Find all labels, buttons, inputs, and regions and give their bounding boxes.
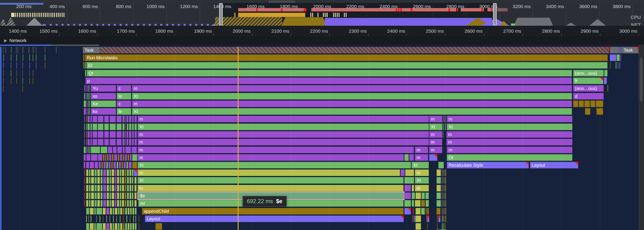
flame-bar[interactable] bbox=[122, 185, 124, 191]
flame-bar[interactable] bbox=[132, 147, 137, 153]
flame-bar[interactable] bbox=[442, 177, 443, 184]
flame-bar-m[interactable]: m bbox=[138, 131, 429, 138]
flame-bar[interactable] bbox=[436, 192, 441, 199]
flame-bar[interactable] bbox=[116, 139, 122, 145]
flame-bar[interactable] bbox=[114, 154, 117, 161]
flame-bar[interactable] bbox=[117, 185, 119, 191]
flame-bar[interactable] bbox=[104, 131, 109, 138]
flame-bar[interactable] bbox=[89, 100, 90, 107]
flame-bar[interactable] bbox=[444, 208, 444, 214]
flame-bar[interactable] bbox=[100, 177, 103, 184]
flame-bar[interactable] bbox=[442, 185, 442, 191]
flame-bar[interactable] bbox=[112, 177, 114, 184]
flame-bar[interactable] bbox=[86, 200, 88, 207]
flame-bar[interactable] bbox=[12, 47, 12, 54]
flame-bar[interactable] bbox=[134, 177, 137, 184]
flame-bar[interactable] bbox=[134, 123, 137, 130]
flame-bar[interactable] bbox=[596, 108, 603, 115]
flame-bar[interactable] bbox=[84, 200, 85, 207]
flame-bar[interactable] bbox=[124, 123, 125, 130]
flame-bar[interactable] bbox=[84, 192, 85, 199]
flame-bar[interactable] bbox=[97, 200, 100, 207]
flame-bar[interactable] bbox=[120, 208, 122, 214]
flame-bar[interactable] bbox=[92, 123, 97, 130]
flame-bar[interactable] bbox=[84, 162, 86, 168]
flame-bar[interactable] bbox=[90, 215, 92, 222]
flame-bar[interactable] bbox=[444, 116, 445, 122]
flame-bar[interactable] bbox=[109, 169, 111, 176]
flame-bar[interactable] bbox=[112, 192, 114, 199]
flame-bar[interactable] bbox=[86, 208, 89, 214]
flame-bar[interactable] bbox=[5, 47, 6, 54]
flame-bar[interactable] bbox=[84, 93, 85, 100]
flame-bar[interactable] bbox=[115, 200, 116, 207]
flame-bar[interactable] bbox=[442, 215, 443, 222]
flame-bar[interactable] bbox=[112, 169, 114, 176]
flame-bar[interactable] bbox=[96, 223, 102, 230]
flame-bar[interactable] bbox=[94, 177, 97, 184]
flame-bar[interactable] bbox=[97, 185, 100, 191]
flame-bar[interactable] bbox=[116, 131, 122, 138]
flame-bar-et[interactable]: Et bbox=[86, 62, 608, 69]
flame-bar[interactable] bbox=[111, 162, 113, 168]
flame-bar[interactable] bbox=[127, 177, 129, 184]
flame-bar-appendchild[interactable]: appendChild bbox=[142, 208, 404, 214]
flame-bar[interactable] bbox=[616, 62, 616, 69]
flame-bar[interactable] bbox=[120, 192, 122, 199]
flame-bar[interactable] bbox=[85, 62, 86, 69]
flame-bar[interactable] bbox=[132, 185, 134, 191]
flame-bar[interactable] bbox=[123, 208, 124, 214]
flame-bar[interactable] bbox=[16, 70, 17, 77]
flame-bar-task[interactable]: Task bbox=[610, 47, 639, 54]
flame-bar-xt[interactable]: Xt bbox=[415, 177, 429, 184]
flame-bar[interactable] bbox=[132, 208, 134, 214]
flame-bar[interactable] bbox=[412, 192, 415, 199]
flame-bar[interactable] bbox=[106, 215, 107, 222]
flame-bar[interactable] bbox=[412, 200, 414, 207]
flame-bar[interactable] bbox=[91, 169, 94, 176]
flame-bar[interactable] bbox=[438, 215, 440, 222]
flame-bar[interactable] bbox=[98, 139, 104, 145]
flame-bar[interactable] bbox=[92, 131, 97, 138]
flame-bar[interactable] bbox=[22, 62, 23, 69]
flame-bar[interactable] bbox=[438, 162, 444, 168]
flame-bar[interactable] bbox=[23, 47, 24, 54]
flame-bar[interactable] bbox=[109, 200, 111, 207]
flame-bar[interactable] bbox=[84, 131, 85, 138]
flame-bar-m[interactable]: m bbox=[447, 147, 572, 153]
flame-bar[interactable] bbox=[404, 154, 409, 161]
network-track-header[interactable]: ▶Network bbox=[0, 36, 644, 45]
flame-bar[interactable] bbox=[108, 147, 112, 153]
flame-bar[interactable] bbox=[45, 47, 46, 54]
flame-bar[interactable] bbox=[579, 100, 584, 107]
flame-bar[interactable] bbox=[29, 62, 30, 69]
flame-bar[interactable] bbox=[596, 100, 603, 107]
scrollbar-thumb[interactable] bbox=[640, 58, 643, 101]
flame-bar[interactable] bbox=[98, 131, 104, 138]
flame-bar-m[interactable]: m bbox=[138, 154, 404, 161]
flame-bar[interactable] bbox=[16, 54, 17, 61]
flame-bar[interactable] bbox=[124, 169, 126, 176]
flame-bar[interactable] bbox=[109, 154, 111, 161]
flame-bar[interactable] bbox=[84, 185, 85, 191]
flame-bar[interactable] bbox=[84, 177, 85, 184]
flame-bar-xt[interactable]: Xt bbox=[412, 162, 429, 168]
flame-bar[interactable] bbox=[89, 200, 90, 207]
flame-bar[interactable] bbox=[92, 139, 97, 145]
flame-bar[interactable] bbox=[436, 185, 441, 191]
flame-bar[interactable] bbox=[412, 185, 414, 191]
flame-bar[interactable] bbox=[107, 169, 109, 176]
flame-bar[interactable] bbox=[91, 147, 100, 153]
flame-bar[interactable] bbox=[126, 139, 128, 145]
flame-bar[interactable] bbox=[607, 85, 608, 92]
flame-bar-m[interactable]: m bbox=[447, 116, 572, 122]
flame-bar[interactable] bbox=[123, 223, 124, 230]
flame-bar[interactable] bbox=[610, 62, 610, 69]
flame-bar[interactable] bbox=[103, 192, 106, 199]
flame-bar[interactable] bbox=[125, 147, 131, 153]
flame-bar-xt[interactable]: Xt bbox=[138, 123, 429, 130]
flame-bar[interactable] bbox=[100, 185, 103, 191]
flame-bar[interactable] bbox=[116, 215, 117, 222]
flame-bar[interactable] bbox=[113, 215, 114, 222]
flame-bar[interactable] bbox=[85, 70, 86, 77]
